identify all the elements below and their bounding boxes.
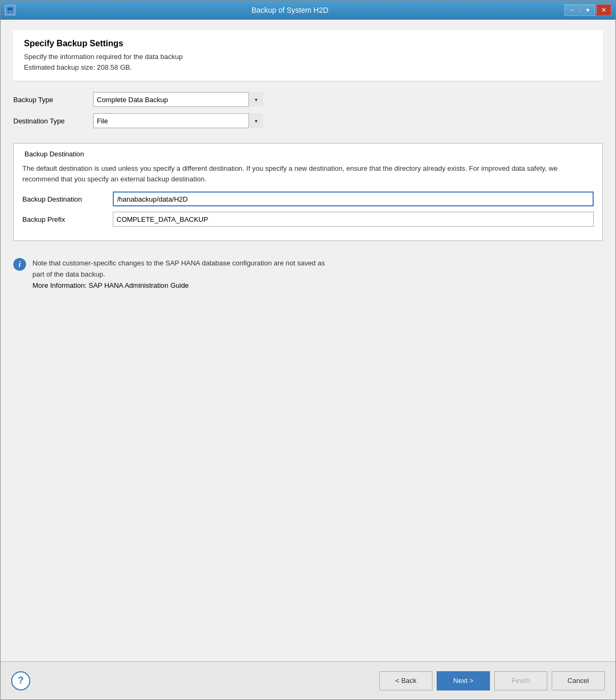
backup-type-row: Backup Type Complete Data Backup Increme… [13, 92, 603, 107]
fieldset-legend: Backup Destination [22, 150, 594, 158]
footer-left: ? [11, 671, 30, 690]
backup-destination-label: Backup Destination [22, 195, 113, 203]
main-window: Backup of System H2D − ▾ ✕ Specify Backu… [0, 0, 616, 700]
destination-type-select-wrapper[interactable]: File Backint ▾ [93, 113, 263, 128]
help-button[interactable]: ? [11, 671, 30, 690]
backup-destination-fieldset: Backup Destination The default destinati… [13, 143, 603, 241]
info-icon: i [13, 258, 26, 271]
dropdown-button[interactable]: ▾ [580, 4, 595, 16]
backup-type-label: Backup Type [13, 96, 93, 104]
info-text-line1: Note that customer-specific changes to t… [32, 259, 325, 267]
page-header: Specify Backup Settings Specify the info… [13, 30, 603, 81]
footer-buttons: < Back Next > Finish Cancel [379, 671, 605, 690]
page-title: Specify Backup Settings [24, 39, 592, 48]
backup-destination-input[interactable] [113, 191, 594, 206]
backup-destination-row: Backup Destination [22, 191, 594, 206]
backup-prefix-row: Backup Prefix [22, 212, 594, 227]
info-text: Note that customer-specific changes to t… [32, 258, 325, 291]
fieldset-description: The default destination is used unless y… [22, 163, 594, 184]
destination-type-label: Destination Type [13, 117, 93, 125]
destination-type-select[interactable]: File Backint [93, 113, 263, 128]
close-button[interactable]: ✕ [596, 4, 611, 16]
svg-rect-3 [11, 12, 13, 13]
svg-rect-1 [7, 7, 13, 11]
page-subtitle-line2: Estimated backup size: 208.58 GB. [24, 62, 592, 73]
destination-type-row: Destination Type File Backint ▾ [13, 113, 603, 128]
window-controls: − ▾ ✕ [564, 4, 611, 16]
content-area: Specify Backup Settings Specify the info… [1, 20, 615, 661]
minimize-button[interactable]: − [564, 4, 579, 16]
backup-prefix-label: Backup Prefix [22, 215, 113, 223]
info-text-line2: part of the data backup. [32, 270, 105, 278]
backup-prefix-input[interactable] [113, 212, 594, 227]
page-subtitle-line1: Specify the information required for the… [24, 52, 592, 62]
title-bar: Backup of System H2D − ▾ ✕ [1, 1, 615, 20]
main-content: Backup Type Complete Data Backup Increme… [13, 92, 603, 661]
svg-rect-2 [7, 12, 10, 13]
window-title: Backup of System H2D [15, 6, 564, 14]
backup-type-select-wrapper[interactable]: Complete Data Backup Incremental Data Ba… [93, 92, 263, 107]
footer: ? < Back Next > Finish Cancel [1, 661, 615, 699]
window-icon [5, 5, 15, 15]
info-note: i Note that customer-specific changes to… [13, 252, 603, 297]
next-button[interactable]: Next > [437, 671, 490, 690]
cancel-button[interactable]: Cancel [552, 671, 605, 690]
backup-type-select[interactable]: Complete Data Backup Incremental Data Ba… [93, 92, 263, 107]
info-link[interactable]: More Information: SAP HANA Administratio… [32, 281, 189, 289]
finish-button[interactable]: Finish [494, 671, 547, 690]
form-section: Backup Type Complete Data Backup Increme… [13, 92, 603, 143]
back-button[interactable]: < Back [379, 671, 432, 690]
